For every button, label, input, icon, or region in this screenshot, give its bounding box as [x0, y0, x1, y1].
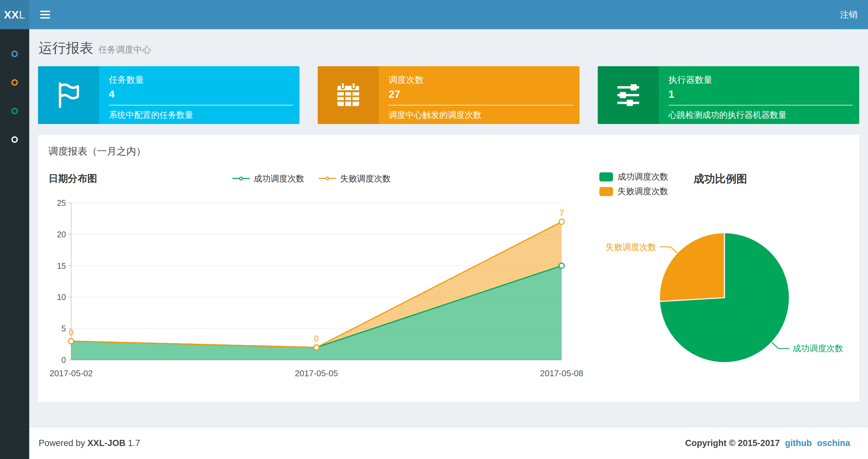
date-distribution-section: 日期分布图 成功调度次数 失败调度次数 05101520250072017-05…: [49, 171, 575, 392]
product-version: 1.7: [128, 438, 140, 448]
legend-swatch-icon: [599, 172, 613, 182]
sidebar: [0, 29, 29, 459]
success-ratio-chart: 成功调度次数失败调度次数: [588, 197, 852, 392]
svg-text:2017-05-02: 2017-05-02: [50, 368, 93, 378]
info-box-divider: [669, 105, 853, 105]
line-marker-icon: [319, 175, 336, 182]
svg-text:7: 7: [559, 208, 564, 218]
line-chart-legend: 成功调度次数 失败调度次数: [232, 173, 391, 185]
svg-text:成功调度次数: 成功调度次数: [793, 343, 843, 353]
svg-text:0: 0: [69, 328, 73, 337]
page-subtitle: 任务调度中心: [98, 44, 151, 56]
pie-legend-item-success[interactable]: 成功调度次数: [599, 171, 668, 183]
circle-icon: [11, 136, 18, 143]
info-box-description: 调度中心触发的调度次数: [389, 109, 573, 121]
info-box-icon-wrap: [38, 66, 99, 124]
info-box-title: 调度次数: [389, 74, 573, 86]
svg-text:2017-05-05: 2017-05-05: [295, 368, 338, 378]
panel-title: 调度报表（一月之内）: [49, 145, 849, 158]
info-box-icon-wrap: [598, 66, 659, 124]
app-logo[interactable]: XXL: [0, 0, 29, 29]
svg-text:0: 0: [61, 356, 66, 364]
info-box-triggers: 调度次数 27 调度中心触发的调度次数: [318, 66, 579, 124]
legend-label: 成功调度次数: [618, 171, 668, 183]
info-box-divider: [109, 105, 293, 105]
sidebar-item-1[interactable]: [0, 40, 29, 68]
svg-text:2017-05-08: 2017-05-08: [540, 368, 583, 378]
info-box-title: 执行器数量: [669, 74, 853, 86]
line-marker-icon: [232, 175, 250, 182]
legend-item-success[interactable]: 成功调度次数: [232, 173, 304, 185]
success-ratio-section: 成功调度次数 失败调度次数 成功比例图 成功调度次数失败调度次数: [588, 171, 852, 392]
sidebar-item-4[interactable]: [0, 125, 29, 154]
sidebar-item-2[interactable]: [0, 68, 29, 97]
date-distribution-chart: 05101520250072017-05-022017-05-052017-05…: [49, 192, 575, 383]
svg-text:15: 15: [57, 261, 66, 270]
sliders-icon: [614, 81, 642, 109]
legend-label: 失败调度次数: [340, 173, 391, 185]
stats-row: 任务数量 4 系统中配置的任务数量 调度次数: [38, 66, 859, 124]
flag-icon: [55, 81, 83, 109]
svg-text:0: 0: [314, 334, 319, 343]
info-box-icon-wrap: [318, 66, 379, 124]
footer: Powered by XXL-JOB 1.7 Copyright © 2015-…: [29, 427, 868, 459]
info-box-title: 任务数量: [109, 74, 293, 86]
hamburger-icon: [40, 11, 50, 19]
link-oschina[interactable]: oschina: [817, 438, 850, 448]
svg-text:25: 25: [57, 198, 66, 207]
info-box-description: 系统中配置的任务数量: [109, 109, 293, 121]
logo-light: L: [19, 8, 25, 21]
info-box-value: 4: [109, 88, 293, 100]
logo-bold: XX: [4, 8, 19, 21]
chart-title: 日期分布图: [49, 172, 97, 185]
legend-item-fail[interactable]: 失败调度次数: [319, 173, 391, 185]
info-box-value: 27: [389, 88, 573, 100]
sidebar-toggle-button[interactable]: [29, 0, 61, 29]
sidebar-item-3[interactable]: [0, 97, 29, 125]
page-title: 运行报表: [39, 39, 93, 57]
copyright: Copyright © 2015-2017: [685, 438, 780, 448]
svg-text:失败调度次数: 失败调度次数: [606, 242, 656, 252]
circle-icon: [11, 51, 18, 57]
top-navbar: XXL 注销: [0, 0, 868, 29]
legend-label: 失败调度次数: [618, 186, 668, 197]
content-wrapper: 运行报表 任务调度中心 任务数量 4 系统中配置的任务数量: [29, 29, 868, 427]
logout-button[interactable]: 注销: [830, 0, 868, 29]
pie-legend-item-fail[interactable]: 失败调度次数: [599, 186, 668, 197]
info-box-description: 心跳检测成功的执行器机器数量: [669, 109, 853, 121]
info-box-jobs: 任务数量 4 系统中配置的任务数量: [38, 66, 300, 124]
legend-swatch-icon: [599, 187, 613, 196]
svg-text:10: 10: [57, 293, 66, 301]
link-github[interactable]: github: [785, 438, 812, 448]
powered-by: Powered by XXL-JOB 1.7: [39, 438, 140, 448]
info-box-divider: [389, 105, 573, 105]
svg-text:20: 20: [57, 230, 66, 239]
calendar-icon: [334, 81, 362, 109]
pie-chart-legend: 成功调度次数 失败调度次数: [599, 171, 668, 197]
report-panel: 调度报表（一月之内） 日期分布图 成功调度次数 失败调度次数: [38, 135, 859, 401]
product-name: XXL-JOB: [87, 438, 125, 448]
pie-chart-title: 成功比例图: [693, 172, 747, 186]
legend-label: 成功调度次数: [254, 173, 304, 185]
svg-text:5: 5: [61, 324, 66, 333]
circle-icon: [11, 79, 18, 86]
circle-icon: [11, 108, 18, 114]
info-box-executors: 执行器数量 1 心跳检测成功的执行器机器数量: [598, 66, 859, 124]
info-box-value: 1: [669, 88, 853, 100]
